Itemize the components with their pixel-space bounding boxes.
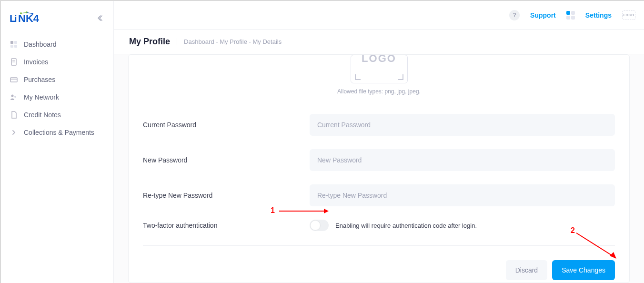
dashboard-icon [10,40,18,49]
sidebar-item-label: My Network [24,93,59,101]
logo-hint: Allowed file types: png, jpg, jpeg. [129,88,629,95]
sidebar-item-collections-payments[interactable]: Collections & Payments [1,123,113,141]
retype-password-label: Re-type New Password [143,192,310,199]
current-password-label: Current Password [143,121,310,129]
help-icon[interactable]: ? [509,10,520,20]
svg-rect-11 [14,45,17,48]
credit-notes-icon [10,111,18,119]
two-factor-description: Enabling will require authentication cod… [335,222,477,229]
network-icon [10,93,18,101]
sidebar-item-invoices[interactable]: Invoices [1,53,113,71]
retype-password-input[interactable] [310,184,615,206]
svg-rect-10 [10,45,13,48]
invoices-icon [10,58,18,66]
svg-rect-8 [10,41,13,44]
breadcrumb: Dashboard - My Profile - My Details [177,38,282,45]
app-logo: L i NK4 [10,11,47,25]
sidebar-item-purchases[interactable]: Purchases [1,71,113,88]
topbar-support-link[interactable]: Support [530,11,556,19]
sidebar-item-label: Purchases [24,76,55,83]
sidebar-item-label: Invoices [24,58,48,66]
profile-card: LOGO Allowed file types: png, jpg, jpeg.… [128,54,630,283]
sidebar-item-label: Collections & Payments [24,129,94,136]
purchases-icon [10,75,18,84]
new-password-input[interactable] [310,149,615,171]
topbar-settings-link[interactable]: Settings [585,11,612,19]
svg-point-18 [14,96,16,98]
svg-rect-9 [14,41,17,44]
discard-button[interactable]: Discard [506,260,547,280]
sidebar-item-my-network[interactable]: My Network [1,88,113,106]
apps-grid-icon[interactable] [566,11,575,20]
chevron-right-icon [10,128,18,137]
sidebar-collapse-button[interactable] [97,14,105,22]
two-factor-toggle[interactable] [310,220,329,231]
logo-upload-box[interactable]: LOGO [351,55,408,83]
company-logo-thumb[interactable]: LOGO [622,10,635,20]
two-factor-label: Two-factor authentication [143,222,310,229]
svg-text:i: i [14,13,17,24]
page-title: My Profile [129,37,170,47]
breadcrumb-bar: My Profile Dashboard - My Profile - My D… [114,30,644,54]
sidebar-item-credit-notes[interactable]: Credit Notes [1,106,113,123]
save-changes-button[interactable]: Save Changes [552,260,615,280]
svg-rect-15 [10,78,17,82]
sidebar-nav: Dashboard Invoices Purchases My Network … [1,33,113,143]
sidebar-item-label: Credit Notes [24,111,61,119]
svg-point-17 [11,94,14,97]
logo-placeholder-text: LOGO [362,55,396,65]
topbar: ? Support Settings LOGO [114,1,644,30]
sidebar-item-label: Dashboard [24,40,57,48]
new-password-label: New Password [143,156,310,164]
sidebar-item-dashboard[interactable]: Dashboard [1,35,113,53]
sidebar: L i NK4 Dashboard Inv [1,1,114,283]
current-password-input[interactable] [310,114,615,136]
